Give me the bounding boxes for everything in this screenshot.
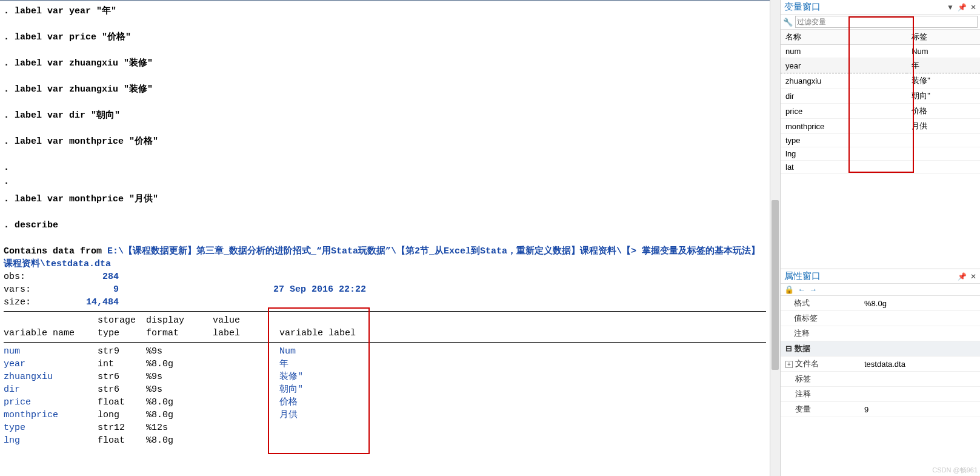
variables-row-name[interactable]: type bbox=[781, 134, 907, 147]
var-name-link[interactable]: monthprice bbox=[4, 409, 98, 421]
properties-toolbar: 🔒 ← → bbox=[781, 284, 980, 296]
variables-row[interactable]: lng bbox=[781, 147, 980, 161]
variables-row-label[interactable]: 年 bbox=[907, 58, 980, 73]
var-name-link[interactable]: dir bbox=[4, 383, 98, 396]
var-type: long bbox=[98, 409, 146, 421]
describe-hr-top bbox=[4, 311, 766, 312]
prop-key: 变量 bbox=[781, 402, 859, 417]
var-name-link[interactable]: lng bbox=[4, 434, 98, 447]
variables-row[interactable]: zhuangxiu装修" bbox=[781, 73, 980, 89]
var-format: %12s bbox=[146, 421, 213, 434]
prop-key: 格式 bbox=[781, 296, 859, 311]
results-scrollbar[interactable] bbox=[770, 0, 780, 476]
property-row[interactable]: 格式%8.0g bbox=[781, 296, 980, 311]
variables-header: 名称 标签 bbox=[781, 30, 980, 45]
property-row[interactable]: 值标签 bbox=[781, 311, 980, 326]
var-name-link[interactable]: type bbox=[4, 421, 98, 434]
hdr-varname: variable name bbox=[4, 327, 98, 340]
var-name-link[interactable]: price bbox=[4, 396, 98, 409]
variables-table[interactable]: 名称 标签 numNumyear年zhuangxiu装修"dir朝向"price… bbox=[781, 30, 980, 174]
properties-panel-title: 属性窗口 📌 ✕ bbox=[781, 269, 980, 284]
var-panel-title-text: 变量窗口 bbox=[784, 1, 821, 13]
hdr-storage: storage bbox=[98, 314, 146, 327]
prop-value[interactable] bbox=[859, 387, 980, 402]
property-row[interactable]: 标签 bbox=[781, 372, 980, 387]
variables-row-label[interactable] bbox=[907, 134, 980, 147]
describe-body: numstr9%9sNumyearint%8.0g年zhuangxiustr6%… bbox=[4, 345, 764, 447]
var-col-name[interactable]: 名称 bbox=[781, 30, 907, 45]
prev-arrow-icon[interactable]: ← bbox=[798, 285, 805, 294]
variables-row-label[interactable]: 朝向" bbox=[907, 89, 980, 104]
filter-icon[interactable]: ▼ bbox=[947, 3, 954, 12]
prop-value[interactable]: %8.0g bbox=[859, 296, 980, 311]
variables-filter-row: 🔧 bbox=[781, 15, 980, 30]
expand-icon[interactable]: + bbox=[785, 361, 793, 368]
variables-row-name[interactable]: zhuangxiu bbox=[781, 73, 907, 89]
annotation-box-vlabel bbox=[268, 307, 370, 454]
cmd-line: . bbox=[4, 161, 766, 174]
describe-row: numstr9%9sNum bbox=[4, 345, 764, 358]
property-row[interactable]: 变量9 bbox=[781, 402, 980, 417]
pin-icon[interactable]: 📌 bbox=[958, 3, 967, 12]
describe-row: typestr12%12s bbox=[4, 421, 764, 434]
variables-row-label[interactable]: 装修" bbox=[907, 73, 980, 89]
obs-row: obs: 284 bbox=[4, 270, 766, 283]
variables-row[interactable]: dir朝向" bbox=[781, 89, 980, 104]
variables-row-label[interactable] bbox=[907, 161, 980, 174]
property-row[interactable]: +文件名testdata.dta bbox=[781, 357, 980, 372]
property-row[interactable]: 注释 bbox=[781, 387, 980, 402]
lock-icon[interactable]: 🔒 bbox=[784, 285, 794, 294]
var-type: float bbox=[98, 396, 146, 409]
scrollbar-thumb[interactable] bbox=[772, 200, 779, 370]
variables-filter-input[interactable] bbox=[795, 16, 978, 28]
variables-row-name[interactable]: num bbox=[781, 45, 907, 58]
prop-value[interactable] bbox=[859, 326, 980, 341]
close-icon[interactable]: ✕ bbox=[970, 3, 976, 12]
variables-row[interactable]: year年 bbox=[781, 58, 980, 73]
variables-row-name[interactable]: lng bbox=[781, 147, 907, 161]
cmd-line: . label var year "年" bbox=[4, 5, 766, 18]
variables-row[interactable]: monthprice月供 bbox=[781, 119, 980, 134]
datafile-path: E:\【课程数据更新】第三章_数据分析的进阶招式_“用Stata玩数据”\【第2… bbox=[4, 246, 760, 269]
variables-row-label[interactable]: 价格 bbox=[907, 104, 980, 119]
var-name-link[interactable]: num bbox=[4, 345, 98, 358]
describe-table: storage display value variable name type… bbox=[4, 314, 764, 340]
variables-row-name[interactable]: year bbox=[781, 58, 907, 73]
variables-row-label[interactable]: Num bbox=[907, 45, 980, 58]
property-group[interactable]: ⊟数据 bbox=[781, 341, 980, 357]
var-type: str9 bbox=[98, 345, 146, 358]
pin-icon[interactable]: 📌 bbox=[958, 272, 967, 281]
properties-panel: 属性窗口 📌 ✕ 🔒 ← → 格式%8.0g值标签注释⊟数据+文件名testda… bbox=[781, 269, 980, 476]
describe-hr-mid bbox=[4, 342, 766, 343]
cmd-line: . label var monthprice "月供" bbox=[4, 193, 766, 206]
var-format: %9s bbox=[146, 370, 213, 383]
collapse-icon[interactable]: ⊟ bbox=[785, 344, 792, 353]
variables-row-label[interactable]: 月供 bbox=[907, 119, 980, 134]
variables-row-name[interactable]: lat bbox=[781, 161, 907, 174]
var-format: %9s bbox=[146, 383, 213, 396]
next-arrow-icon[interactable]: → bbox=[809, 285, 817, 294]
properties-table: 格式%8.0g值标签注释⊟数据+文件名testdata.dta标签注释变量9 bbox=[781, 296, 980, 417]
var-name-link[interactable]: year bbox=[4, 358, 98, 370]
property-row[interactable]: 注释 bbox=[781, 326, 980, 341]
variables-row-name[interactable]: dir bbox=[781, 89, 907, 104]
prop-value[interactable] bbox=[859, 311, 980, 326]
cmd-line: . label var price "价格" bbox=[4, 31, 766, 44]
var-col-label[interactable]: 标签 bbox=[907, 30, 980, 45]
variables-row[interactable]: numNum bbox=[781, 45, 980, 58]
variables-row-name[interactable]: price bbox=[781, 104, 907, 119]
cmd-line: . label var zhuangxiu "装修" bbox=[4, 57, 766, 70]
variables-row[interactable]: type bbox=[781, 134, 980, 147]
var-name-link[interactable]: zhuangxiu bbox=[4, 370, 98, 383]
cmd-line: . label var zhuangxiu "装修" bbox=[4, 83, 766, 96]
wrench-icon[interactable]: 🔧 bbox=[783, 18, 793, 27]
prop-value[interactable]: testdata.dta bbox=[859, 357, 980, 372]
variables-row-name[interactable]: monthprice bbox=[781, 119, 907, 134]
var-type: int bbox=[98, 358, 146, 370]
prop-value[interactable] bbox=[859, 372, 980, 387]
variables-row[interactable]: price价格 bbox=[781, 104, 980, 119]
variables-row-label[interactable] bbox=[907, 147, 980, 161]
prop-value[interactable]: 9 bbox=[859, 402, 980, 417]
close-icon[interactable]: ✕ bbox=[970, 272, 976, 281]
variables-row[interactable]: lat bbox=[781, 161, 980, 174]
